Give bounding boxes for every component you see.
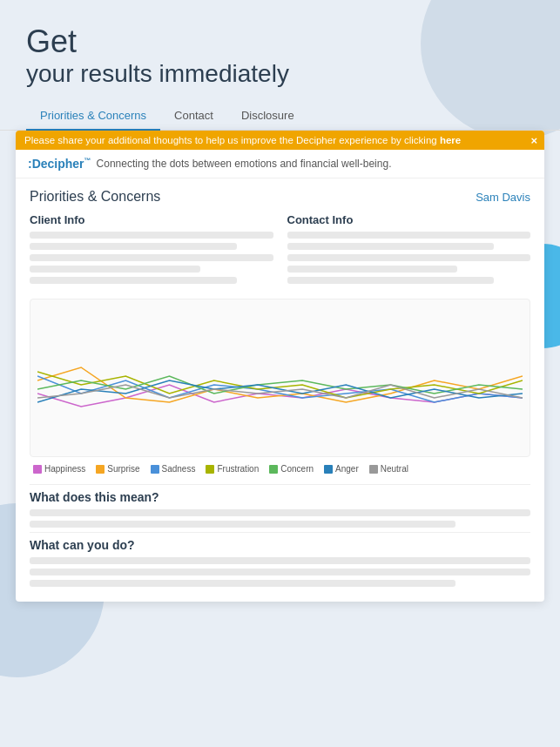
tab-contact[interactable]: Contact (160, 102, 227, 131)
notification-link[interactable]: here (440, 135, 461, 145)
client-info-col: Client Info (30, 213, 273, 288)
skeleton-line (287, 232, 531, 239)
skeleton-line (287, 266, 458, 273)
legend-color-dot (369, 465, 378, 474)
legend-color-dot (324, 465, 333, 474)
contact-info-title: Contact Info (287, 213, 531, 226)
client-info-title: Client Info (30, 213, 273, 226)
tabs-bar: Priorities & Concerns Contact Disclosure (0, 102, 560, 131)
main-card: Please share your additional thoughts to… (16, 131, 544, 602)
legend-color-dot (269, 465, 278, 474)
close-notification-button[interactable]: × (530, 134, 537, 147)
chart-legend: HappinessSurpriseSadnessFrustrationConce… (30, 464, 530, 474)
legend-label: Frustration (217, 464, 259, 474)
decipher-tagline: Connecting the dots between emotions and… (97, 158, 392, 170)
header-subtitle: your results immediately (26, 59, 534, 89)
legend-item-sadness: Sadness (151, 464, 196, 474)
skeleton-line (30, 243, 237, 250)
legend-item-frustration: Frustration (206, 464, 259, 474)
legend-item-surprise: Surprise (96, 464, 139, 474)
legend-item-concern: Concern (269, 464, 314, 474)
contact-info-col: Contact Info (287, 213, 531, 288)
legend-color-dot (96, 465, 105, 474)
tab-priorities-concerns[interactable]: Priorities & Concerns (26, 102, 160, 131)
document-content: Priorities & Concerns Sam Davis Client I… (16, 178, 544, 602)
skeleton-line (30, 277, 237, 284)
legend-label: Anger (335, 464, 359, 474)
skeleton-line (30, 509, 530, 516)
doc-user: Sam Davis (476, 191, 530, 204)
legend-label: Happiness (44, 464, 85, 474)
skeleton-line (30, 266, 200, 273)
skeleton-line (30, 232, 273, 239)
legend-color-dot (206, 465, 214, 474)
tab-disclosure[interactable]: Disclosure (227, 102, 308, 131)
doc-title: Priorities & Concerns (30, 189, 160, 205)
skeleton-line (287, 277, 495, 284)
legend-label: Surprise (107, 464, 139, 474)
legend-label: Neutral (381, 464, 408, 474)
legend-item-neutral: Neutral (369, 464, 408, 474)
skeleton-line (30, 569, 530, 575)
legend-label: Sadness (162, 464, 196, 474)
section-what-mean-heading: What does this mean? (30, 484, 530, 504)
legend-color-dot (151, 465, 159, 474)
info-columns: Client Info Contact Info (30, 213, 530, 288)
emotion-chart (30, 299, 530, 457)
skeleton-line (287, 243, 495, 250)
skeleton-line (30, 557, 530, 564)
skeleton-line (30, 254, 273, 261)
skeleton-line (30, 580, 455, 587)
page-header: Get your results immediately (0, 0, 560, 102)
header-title-get: Get (26, 24, 534, 59)
notification-banner: Please share your additional thoughts to… (16, 131, 544, 150)
legend-color-dot (33, 465, 42, 474)
decipher-logo: :Decipher™ (28, 157, 91, 171)
chart-svg (37, 306, 523, 446)
notification-text: Please share your additional thoughts to… (24, 135, 461, 145)
legend-item-happiness: Happiness (33, 464, 85, 474)
decipher-header: :Decipher™ Connecting the dots between e… (16, 150, 544, 178)
section-what-do-heading: What can you do? (30, 532, 530, 552)
legend-label: Concern (280, 464, 314, 474)
skeleton-line (30, 521, 455, 528)
doc-header-row: Priorities & Concerns Sam Davis (30, 189, 530, 205)
legend-item-anger: Anger (324, 464, 359, 474)
skeleton-line (287, 254, 531, 261)
